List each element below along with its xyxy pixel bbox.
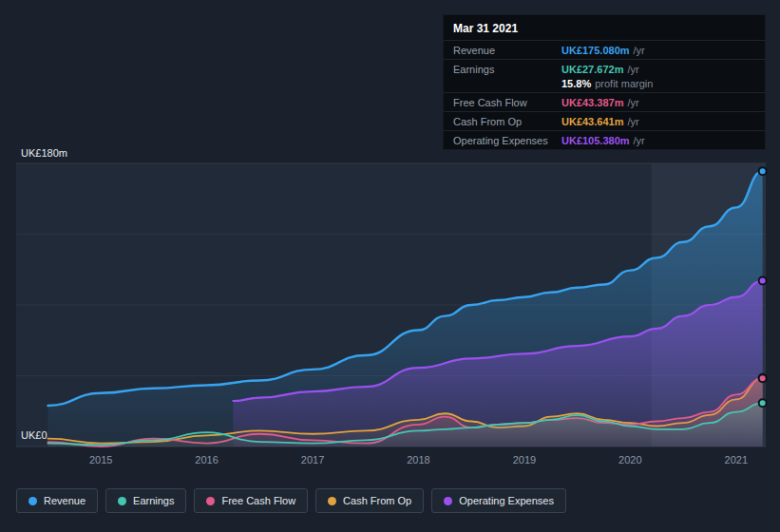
legend-item-operating-expenses[interactable]: Operating Expenses (431, 488, 566, 513)
tooltip-row-value: 15.8% (561, 78, 591, 89)
tooltip-row-suffix: profit margin (595, 78, 653, 89)
tooltip-row-value: UK£175.080m (561, 45, 630, 56)
legend-color-dot-icon (206, 497, 215, 505)
tooltip-row-cash-from-op: Cash From OpUK£43.641m/yr (444, 111, 765, 130)
free-cash-flow-endpoint-marker (759, 374, 767, 382)
legend-item-label: Operating Expenses (459, 495, 554, 506)
tooltip-row-label: Operating Expenses (453, 135, 561, 146)
legend-color-dot-icon (29, 497, 37, 505)
tooltip-row-earnings: EarningsUK£27.672m/yr (444, 59, 765, 78)
legend-item-label: Cash From Op (343, 495, 411, 506)
tooltip-row-operating-expenses: Operating ExpensesUK£105.380m/yr (444, 130, 765, 149)
tooltip-row-value: UK£27.672m (561, 64, 623, 75)
legend-item-label: Earnings (133, 495, 174, 506)
earnings-endpoint-marker (759, 399, 767, 407)
tooltip-row-revenue: RevenueUK£175.080m/yr (444, 40, 765, 59)
legend-color-dot-icon (444, 497, 452, 505)
tooltip-date: Mar 31 2021 (444, 15, 765, 40)
tooltip-rows: RevenueUK£175.080m/yrEarningsUK£27.672m/… (444, 40, 765, 149)
tooltip-row-value: UK£43.641m (561, 116, 623, 127)
tooltip-row-label: Earnings (453, 64, 561, 75)
revenue-endpoint-marker (759, 167, 767, 175)
legend-item-free-cash-flow[interactable]: Free Cash Flow (194, 488, 308, 513)
x-axis-tick-label: 2021 (725, 454, 748, 466)
legend-color-dot-icon (328, 497, 336, 505)
tooltip-row-suffix: /yr (634, 45, 645, 56)
legend-item-cash-from-op[interactable]: Cash From Op (315, 488, 424, 513)
tooltip-row-profit-margin: 15.8%profit margin (444, 78, 765, 92)
legend-item-revenue[interactable]: Revenue (16, 488, 98, 513)
y-axis-max-label: UK£180m (21, 147, 67, 159)
chart-legend: RevenueEarningsFree Cash FlowCash From O… (16, 488, 566, 513)
y-axis-min-label: UK£0 (21, 429, 48, 441)
tooltip-row-label: Revenue (453, 45, 561, 56)
x-axis-tick-label: 2020 (618, 454, 641, 466)
tooltip-row-suffix: /yr (627, 116, 638, 127)
legend-item-label: Free Cash Flow (221, 495, 295, 506)
chart-tooltip: Mar 31 2021 RevenueUK£175.080m/yrEarning… (443, 14, 766, 150)
earnings-revenue-history-panel: UK£180mUK£02015201620172018201920202021 … (0, 0, 780, 532)
operating-expenses-endpoint-marker (759, 277, 767, 285)
tooltip-row-value: UK£43.387m (561, 97, 623, 108)
x-axis-tick-label: 2015 (89, 454, 112, 466)
x-axis-tick-label: 2016 (195, 454, 218, 466)
tooltip-row-label: Cash From Op (453, 116, 561, 127)
tooltip-row-suffix: /yr (627, 64, 638, 75)
tooltip-row-suffix: /yr (627, 97, 638, 108)
tooltip-row-suffix: /yr (634, 135, 645, 146)
tooltip-row-free-cash-flow: Free Cash FlowUK£43.387m/yr (444, 92, 765, 111)
legend-color-dot-icon (118, 497, 126, 505)
legend-item-label: Revenue (44, 495, 86, 506)
x-axis-tick-label: 2019 (513, 454, 536, 466)
tooltip-row-label: Free Cash Flow (453, 97, 561, 108)
x-axis-tick-label: 2017 (301, 454, 324, 466)
legend-item-earnings[interactable]: Earnings (105, 488, 186, 513)
x-axis-tick-label: 2018 (407, 454, 429, 466)
tooltip-row-value: UK£105.380m (561, 135, 630, 146)
